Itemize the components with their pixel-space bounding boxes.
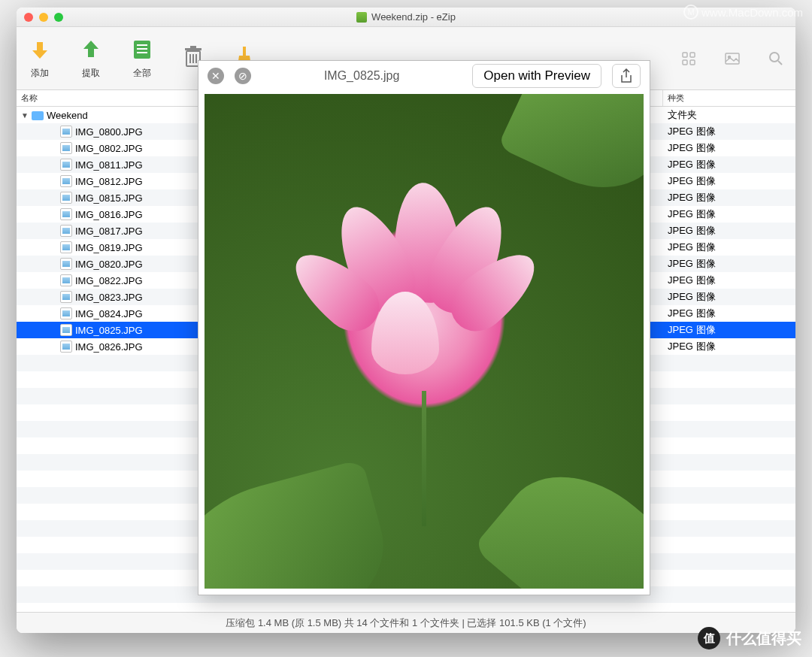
watermark-bottom: 值什么值得买 (698, 627, 801, 649)
file-kind: JPEG 图像 (663, 241, 795, 254)
file-icon (60, 258, 72, 270)
file-icon (60, 274, 72, 286)
open-preview-button[interactable]: Open with Preview (472, 64, 601, 88)
file-kind: JPEG 图像 (663, 323, 795, 337)
file-kind: JPEG 图像 (663, 257, 795, 271)
svg-rect-3 (137, 52, 147, 53)
folder-kind: 文件夹 (663, 108, 795, 122)
image-button[interactable] (723, 50, 741, 68)
file-icon (60, 192, 72, 204)
block-icon[interactable]: ⊘ (235, 68, 251, 84)
file-icon (60, 341, 72, 353)
add-button[interactable]: 添加 (27, 37, 53, 80)
file-name: IMG_0824.JPG (75, 308, 143, 319)
file-icon (60, 208, 72, 220)
all-button[interactable]: 全部 (129, 37, 155, 80)
column-kind-header[interactable]: 种类 (663, 90, 795, 106)
preview-panel: ✕ ⊘ IMG_0825.jpg Open with Preview (198, 60, 650, 595)
titlebar: Weekend.zip - eZip (17, 8, 795, 27)
file-kind: JPEG 图像 (663, 224, 795, 238)
file-kind: JPEG 图像 (663, 141, 795, 155)
all-label: 全部 (133, 67, 151, 80)
empty-row (17, 603, 795, 612)
file-name: IMG_0817.JPG (75, 226, 143, 237)
file-icon (60, 241, 72, 253)
file-name: IMG_0815.JPG (75, 192, 143, 204)
file-kind: JPEG 图像 (663, 340, 795, 353)
file-kind: JPEG 图像 (663, 207, 795, 221)
share-button[interactable] (612, 64, 641, 88)
svg-rect-12 (690, 53, 695, 57)
preview-image (205, 94, 644, 589)
svg-rect-2 (137, 48, 147, 50)
preview-filename: IMG_0825.jpg (262, 69, 462, 83)
file-kind: JPEG 图像 (663, 158, 795, 171)
file-icon (60, 159, 72, 171)
file-kind: JPEG 图像 (663, 307, 795, 320)
close-preview-button[interactable]: ✕ (208, 68, 224, 84)
file-kind: JPEG 图像 (663, 174, 795, 188)
file-kind: JPEG 图像 (663, 191, 795, 204)
svg-rect-6 (190, 46, 196, 48)
file-kind: JPEG 图像 (663, 274, 795, 287)
extract-icon (78, 37, 104, 62)
svg-rect-5 (185, 48, 201, 50)
file-name: IMG_0823.JPG (75, 292, 143, 303)
disclosure-triangle-icon[interactable]: ▼ (21, 111, 29, 119)
file-name: IMG_0825.JPG (75, 325, 143, 336)
extract-label: 提取 (82, 67, 100, 80)
preview-toolbar: ✕ ⊘ IMG_0825.jpg Open with Preview (198, 61, 650, 91)
folder-icon (32, 111, 44, 120)
search-button[interactable] (767, 50, 785, 68)
svg-line-18 (778, 61, 782, 65)
file-icon (60, 324, 72, 336)
file-icon (60, 126, 72, 138)
extract-button[interactable]: 提取 (78, 37, 104, 80)
svg-point-17 (770, 53, 779, 62)
file-kind: JPEG 图像 (663, 290, 795, 304)
svg-rect-15 (726, 53, 739, 64)
window-title: Weekend.zip - eZip (17, 11, 795, 23)
file-icon (60, 175, 72, 187)
zip-icon (356, 12, 367, 23)
file-icon (60, 291, 72, 303)
all-icon (129, 37, 155, 62)
status-bar: 压缩包 1.4 MB (原 1.5 MB) 共 14 个文件和 1 个文件夹 |… (17, 612, 795, 633)
file-name: IMG_0816.JPG (75, 209, 143, 220)
file-kind: JPEG 图像 (663, 125, 795, 138)
add-label: 添加 (31, 67, 49, 80)
file-name: IMG_0802.JPG (75, 143, 143, 154)
file-name: IMG_0820.JPG (75, 259, 143, 270)
file-name: IMG_0826.JPG (75, 341, 143, 353)
file-icon (60, 307, 72, 319)
svg-rect-1 (137, 44, 147, 46)
file-name: IMG_0812.JPG (75, 176, 143, 187)
file-icon (60, 225, 72, 237)
file-name: IMG_0811.JPG (75, 159, 143, 171)
svg-rect-14 (690, 60, 695, 65)
file-name: IMG_0822.JPG (75, 275, 143, 286)
grid-view-button[interactable] (680, 50, 698, 68)
svg-rect-13 (683, 60, 687, 65)
add-icon (27, 37, 53, 62)
file-icon (60, 142, 72, 154)
svg-rect-10 (243, 47, 246, 56)
watermark-top: Mwww.MacDown.com (683, 5, 803, 20)
folder-name: Weekend (47, 110, 88, 121)
file-name: IMG_0819.JPG (75, 242, 143, 253)
svg-rect-11 (683, 53, 687, 57)
file-name: IMG_0800.JPG (75, 126, 143, 138)
